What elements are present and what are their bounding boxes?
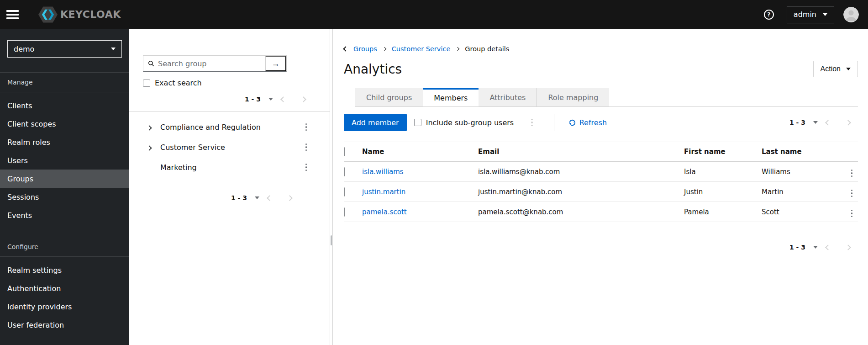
groups-tree: Compliance and Regulation Customer Servi…	[129, 111, 330, 177]
refresh-button[interactable]: Refresh	[569, 118, 607, 127]
pagination-options-caret[interactable]	[268, 98, 273, 101]
kebab-menu-icon[interactable]	[304, 162, 309, 173]
angle-left-icon	[343, 46, 348, 51]
nav-section-configure: Configure	[0, 237, 129, 257]
member-first-name: Justin	[684, 182, 762, 202]
member-name-link[interactable]: pamela.scott	[362, 208, 407, 216]
sidebar-item-identity-providers[interactable]: Identity providers	[0, 297, 129, 316]
select-all-checkbox[interactable]	[344, 147, 345, 156]
pagination-options-caret[interactable]	[813, 246, 818, 249]
row-checkbox[interactable]	[344, 207, 345, 217]
kebab-menu-icon[interactable]	[849, 208, 855, 219]
table-header-row: Name Email First name Last name	[344, 142, 858, 162]
divider	[554, 114, 554, 131]
angle-right-icon	[300, 96, 306, 102]
angle-right-icon	[287, 195, 293, 201]
pagination-prev-button[interactable]	[273, 91, 293, 107]
tab-attributes[interactable]: Attributes	[479, 88, 537, 106]
table-row: justin.martin justin.martin@knab.com Jus…	[344, 182, 858, 202]
member-name-link[interactable]: justin.martin	[362, 188, 405, 196]
group-tabs: Child groups Members Attributes Role map…	[355, 88, 858, 107]
sidebar-item-client-scopes[interactable]: Client scopes	[0, 115, 129, 133]
tree-item-label[interactable]: Customer Service	[159, 143, 304, 152]
column-header-last-name[interactable]: Last name	[762, 142, 842, 162]
column-header-email[interactable]: Email	[478, 142, 684, 162]
expand-toggle-icon[interactable]	[147, 143, 159, 152]
groups-pagination-top: 1 - 3	[129, 91, 330, 107]
breadcrumb-back-button[interactable]	[344, 47, 347, 51]
tree-item-marketing: Marketing	[129, 157, 330, 177]
tab-members[interactable]: Members	[423, 88, 479, 106]
column-header-first-name[interactable]: First name	[684, 142, 762, 162]
user-avatar-icon[interactable]	[843, 7, 859, 22]
tree-item-label[interactable]: Compliance and Regulation	[159, 123, 304, 132]
expand-toggle-icon[interactable]	[147, 123, 159, 132]
search-group-input[interactable]	[143, 56, 265, 71]
angle-right-icon	[845, 244, 851, 250]
column-header-name[interactable]: Name	[362, 142, 478, 162]
tab-role-mapping[interactable]: Role mapping	[537, 88, 609, 106]
member-name-link[interactable]: isla.williams	[362, 168, 404, 176]
sidebar-item-events[interactable]: Events	[0, 206, 129, 224]
hamburger-icon[interactable]	[6, 5, 25, 24]
table-row: isla.williams isla.williams@knab.com Isl…	[344, 162, 858, 182]
kebab-menu-icon[interactable]	[529, 117, 535, 128]
kebab-menu-icon[interactable]	[304, 142, 309, 153]
groups-pagination-bottom: 1 - 3	[129, 189, 330, 207]
sidebar-item-users[interactable]: Users	[0, 151, 129, 170]
masthead: KEYCLOAK ? admin	[0, 0, 868, 29]
chevron-down-icon	[846, 68, 851, 70]
sidebar-item-realm-settings[interactable]: Realm settings	[0, 261, 129, 279]
search-submit-button[interactable]: →	[265, 56, 286, 71]
splitter-drag-handle[interactable]	[331, 235, 332, 245]
tree-item-label[interactable]: Marketing	[147, 163, 304, 172]
action-button-label: Action	[821, 65, 841, 73]
search-icon	[148, 60, 154, 67]
pagination-prev-button[interactable]	[818, 239, 838, 255]
sidebar-item-realm-roles[interactable]: Realm roles	[0, 133, 129, 151]
realm-selector-value: demo	[14, 45, 34, 53]
include-subgroups-checkbox[interactable]	[414, 119, 421, 126]
nav-list-manage: Clients Client scopes Realm roles Users …	[0, 92, 129, 224]
include-subgroups-label: Include sub-group users	[426, 118, 514, 127]
pagination-prev-button[interactable]	[259, 190, 279, 206]
row-checkbox[interactable]	[344, 187, 345, 196]
pagination-next-button[interactable]	[838, 239, 858, 255]
chevron-down-icon	[823, 13, 827, 16]
page-title: Analytics	[344, 62, 402, 77]
sidebar-item-groups[interactable]: Groups	[0, 170, 129, 188]
sidebar-nav: demo Manage Clients Client scopes Realm …	[0, 29, 129, 345]
nav-list-configure: Realm settings Authentication Identity p…	[0, 257, 129, 334]
pagination-options-caret[interactable]	[813, 121, 818, 124]
members-table: Name Email First name Last name isla.wil…	[344, 142, 858, 222]
kebab-menu-icon[interactable]	[849, 168, 855, 179]
sidebar-item-authentication[interactable]: Authentication	[0, 279, 129, 297]
pagination-next-button[interactable]	[838, 115, 858, 130]
add-member-button[interactable]: Add member	[344, 114, 407, 131]
user-menu-dropdown[interactable]: admin	[787, 6, 834, 23]
member-first-name: Pamela	[684, 202, 762, 222]
action-dropdown-button[interactable]: Action	[813, 61, 858, 77]
user-menu-label: admin	[794, 10, 816, 19]
angle-right-icon	[845, 120, 851, 126]
pagination-prev-button[interactable]	[818, 115, 838, 130]
pagination-options-caret[interactable]	[255, 196, 259, 199]
exact-search-checkbox[interactable]	[143, 80, 150, 87]
breadcrumb-link-customer-service[interactable]: Customer Service	[392, 45, 451, 53]
breadcrumb-link-groups[interactable]: Groups	[353, 45, 377, 53]
kebab-menu-icon[interactable]	[304, 122, 309, 133]
row-checkbox[interactable]	[344, 167, 345, 176]
table-row: pamela.scott pamela.scott@knab.com Pamel…	[344, 202, 858, 222]
sidebar-item-clients[interactable]: Clients	[0, 96, 129, 115]
realm-selector[interactable]: demo	[7, 40, 122, 58]
sidebar-item-user-federation[interactable]: User federation	[0, 316, 129, 334]
kebab-menu-icon[interactable]	[849, 188, 855, 199]
pagination-next-button[interactable]	[293, 91, 313, 107]
pagination-next-button[interactable]	[279, 190, 300, 206]
angle-left-icon	[280, 96, 286, 102]
angle-left-icon	[825, 120, 831, 126]
panel-resize-splitter[interactable]	[330, 29, 333, 345]
help-icon[interactable]: ?	[764, 10, 774, 20]
tab-child-groups[interactable]: Child groups	[355, 88, 423, 106]
sidebar-item-sessions[interactable]: Sessions	[0, 188, 129, 206]
